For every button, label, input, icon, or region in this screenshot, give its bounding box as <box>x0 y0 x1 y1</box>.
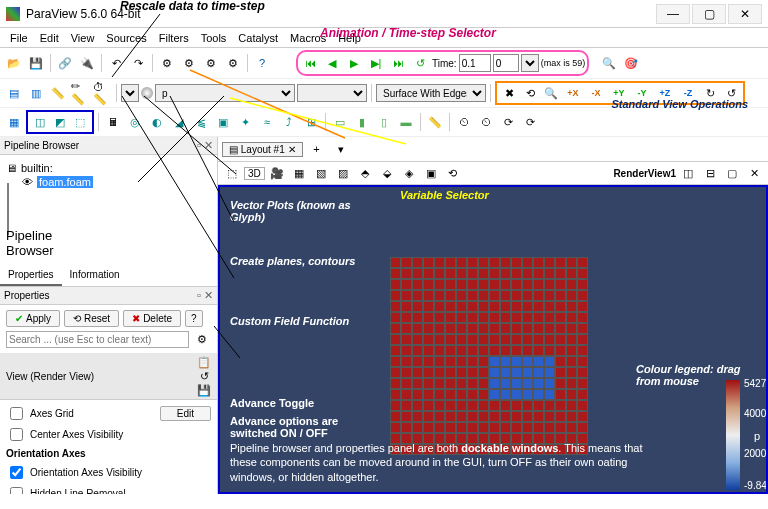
loop-button[interactable]: ↺ <box>410 53 430 73</box>
last-frame-button[interactable]: ⏭ <box>388 53 408 73</box>
maximize-button[interactable]: ▢ <box>692 4 726 24</box>
minimize-button[interactable]: — <box>656 4 690 24</box>
timer-b-button[interactable]: ⏲ <box>476 112 496 132</box>
threshold-button[interactable]: ⫹ <box>191 112 211 132</box>
clip-button[interactable]: ◐ <box>147 112 167 132</box>
warp-button[interactable]: ⤴ <box>279 112 299 132</box>
color-legend[interactable]: 5427.723 4000 2000 -9.843 p <box>726 380 740 490</box>
view-cross-button[interactable]: ✖ <box>499 83 519 103</box>
rv-tool-9[interactable]: ⟲ <box>443 163 463 183</box>
apply-button[interactable]: ✔Apply <box>6 310 60 327</box>
calculator-button[interactable]: 🖩 <box>103 112 123 132</box>
rescale-custom-button[interactable]: ✏📏 <box>70 83 90 103</box>
scalar-mode-dropdown[interactable] <box>121 84 139 102</box>
view-save-button[interactable]: 💾 <box>197 383 211 397</box>
view-restore-button[interactable]: ↺ <box>197 369 211 383</box>
extract-button[interactable]: ▣ <box>213 112 233 132</box>
group-button[interactable]: ⊞ <box>301 112 321 132</box>
rescale-range-button[interactable]: 📏 <box>48 83 68 103</box>
minus-z-button[interactable]: -Z <box>677 84 699 102</box>
center-axes-checkbox[interactable] <box>10 428 23 441</box>
plus-y-button[interactable]: +Y <box>608 84 630 102</box>
rv-close-button[interactable]: ✕ <box>744 163 764 183</box>
selection-d-button[interactable]: ▬ <box>396 112 416 132</box>
view-reset-button[interactable]: ⟲ <box>520 83 540 103</box>
rescale-timestep-button[interactable]: ⏱📏 <box>92 83 112 103</box>
tool-button-a[interactable]: ⚙ <box>157 53 177 73</box>
first-frame-button[interactable]: ⏮ <box>300 53 320 73</box>
rv-split-h-button[interactable]: ◫ <box>678 163 698 183</box>
pick-button[interactable]: ⬚ <box>222 163 242 183</box>
mode-3d-label[interactable]: 3D <box>244 167 265 180</box>
spreadsheet-button[interactable]: ▦ <box>4 112 24 132</box>
rv-tool-2[interactable]: ▦ <box>289 163 309 183</box>
rv-tool-7[interactable]: ◈ <box>399 163 419 183</box>
component-dropdown[interactable] <box>297 84 367 102</box>
camera-tool-button[interactable]: 🔍 <box>599 53 619 73</box>
plus-z-button[interactable]: +Z <box>654 84 676 102</box>
redo-button[interactable]: ↷ <box>128 53 148 73</box>
pipeline-item-foam[interactable]: 👁 foam.foam <box>22 175 211 189</box>
render-view[interactable]: Variable Selector Vector Plots (known as… <box>218 185 768 494</box>
layout-menu-button[interactable]: ▾ <box>331 139 351 159</box>
disconnect-button[interactable]: 🔌 <box>77 53 97 73</box>
props-help-button[interactable]: ? <box>185 310 203 327</box>
zoom-to-data-button[interactable]: 🔍 <box>541 83 561 103</box>
cube-wire-button[interactable]: ⬚ <box>70 112 90 132</box>
delete-button[interactable]: ✖Delete <box>123 310 181 327</box>
tool-button-c[interactable]: ⚙ <box>201 53 221 73</box>
layout-close-icon[interactable]: ✕ <box>288 144 296 155</box>
rv-tool-4[interactable]: ▨ <box>333 163 353 183</box>
timer-a-button[interactable]: ⏲ <box>454 112 474 132</box>
undo-button[interactable]: ↶ <box>106 53 126 73</box>
selection-c-button[interactable]: ▯ <box>374 112 394 132</box>
color-map-button[interactable]: ▤ <box>4 83 24 103</box>
selection-a-button[interactable]: ▭ <box>330 112 350 132</box>
minus-y-button[interactable]: -Y <box>631 84 653 102</box>
time-index-dropdown[interactable] <box>521 54 539 72</box>
timer-c-button[interactable]: ⟳ <box>498 112 518 132</box>
play-button[interactable]: ▶ <box>344 53 364 73</box>
ruler-button[interactable]: 📏 <box>425 112 445 132</box>
axes-grid-edit-button[interactable]: Edit <box>160 406 211 421</box>
timer-d-button[interactable]: ⟳ <box>520 112 540 132</box>
minus-x-button[interactable]: -X <box>585 84 607 102</box>
tab-properties[interactable]: Properties <box>0 265 62 286</box>
advance-toggle-button[interactable]: ⚙ <box>193 329 211 349</box>
layout-tab[interactable]: ▤ Layout #1 ✕ <box>222 142 303 157</box>
menu-edit[interactable]: Edit <box>34 30 65 46</box>
rv-tool-3[interactable]: ▧ <box>311 163 331 183</box>
tool-button-b[interactable]: ⚙ <box>179 53 199 73</box>
stream-button[interactable]: ≈ <box>257 112 277 132</box>
menu-help[interactable]: Help <box>332 30 367 46</box>
selection-b-button[interactable]: ▮ <box>352 112 372 132</box>
rv-split-v-button[interactable]: ⊟ <box>700 163 720 183</box>
rv-tool-8[interactable]: ▣ <box>421 163 441 183</box>
hidden-line-checkbox[interactable] <box>10 487 23 494</box>
close-button[interactable]: ✕ <box>728 4 762 24</box>
rv-tool-6[interactable]: ⬙ <box>377 163 397 183</box>
cube-outline-button[interactable]: ◫ <box>30 112 50 132</box>
time-value-input[interactable] <box>459 54 491 72</box>
orientation-axes-checkbox[interactable] <box>10 466 23 479</box>
camera-reset-button[interactable]: 🎯 <box>621 53 641 73</box>
tool-button-d[interactable]: ⚙ <box>223 53 243 73</box>
help-button[interactable]: ? <box>252 53 272 73</box>
menu-tools[interactable]: Tools <box>195 30 233 46</box>
menu-file[interactable]: File <box>4 30 34 46</box>
axes-grid-checkbox[interactable] <box>10 407 23 420</box>
properties-search-input[interactable] <box>6 331 189 348</box>
tab-information[interactable]: Information <box>62 265 128 286</box>
rv-tool-1[interactable]: 🎥 <box>267 163 287 183</box>
variable-selector-dropdown[interactable]: p <box>155 84 295 102</box>
menu-catalyst[interactable]: Catalyst <box>232 30 284 46</box>
pipeline-item-builtin[interactable]: 🖥 builtin: <box>6 161 211 175</box>
rv-tool-5[interactable]: ⬘ <box>355 163 375 183</box>
color-map-2-button[interactable]: ▥ <box>26 83 46 103</box>
add-layout-button[interactable]: + <box>307 139 327 159</box>
open-button[interactable]: 📂 <box>4 53 24 73</box>
rotate-90-button[interactable]: ↻ <box>700 83 720 103</box>
prev-frame-button[interactable]: ◀ <box>322 53 342 73</box>
glyph-button[interactable]: ✦ <box>235 112 255 132</box>
slice-button[interactable]: ◢ <box>169 112 189 132</box>
